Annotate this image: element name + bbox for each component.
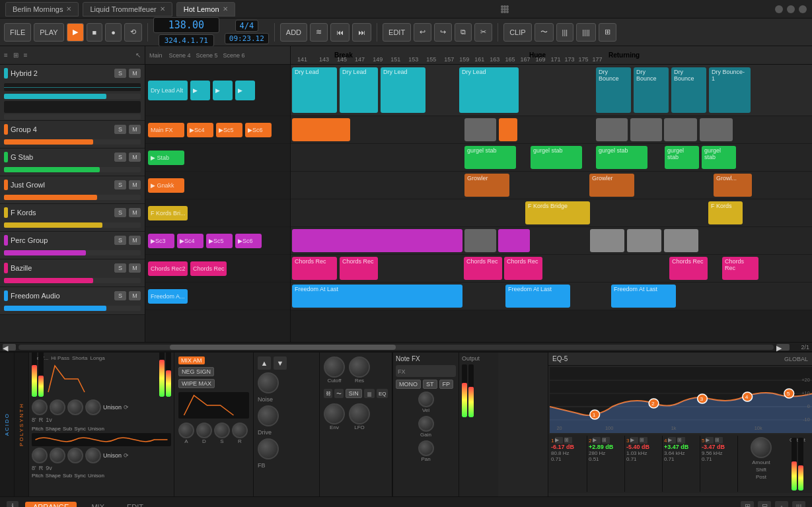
band1-btn2[interactable]: ⊞ bbox=[564, 437, 572, 444]
position-display[interactable]: 324.4.1.71 bbox=[159, 34, 214, 47]
clip-perc-sc6[interactable]: ▶Sc6 bbox=[235, 234, 262, 248]
gain-knob[interactable] bbox=[418, 416, 434, 432]
st-btn[interactable]: ST bbox=[423, 380, 437, 389]
clip-growl-gnakk[interactable]: ▶ Gnakk bbox=[148, 178, 184, 193]
knob-sustain[interactable] bbox=[214, 422, 230, 438]
status-btn3[interactable]: ↑ bbox=[775, 501, 788, 508]
clip-freedom-a[interactable]: Freedom A... bbox=[148, 289, 188, 304]
lfo-knob[interactable] bbox=[349, 403, 370, 424]
clip-perc-long[interactable] bbox=[292, 229, 462, 252]
clip-drylead-3[interactable]: Dry Lead bbox=[381, 67, 425, 113]
clip-gstab-stab[interactable]: ▶ Stab bbox=[148, 151, 184, 165]
window-minimize[interactable] bbox=[775, 5, 783, 13]
clip-group4-grey5[interactable] bbox=[700, 118, 733, 141]
clip-freedom-1[interactable]: Freedom At Last bbox=[292, 285, 462, 308]
clip-perc-sc5[interactable]: ▶Sc5 bbox=[206, 234, 233, 248]
envelope-button[interactable]: 〜 bbox=[535, 23, 554, 42]
env-knob[interactable] bbox=[324, 403, 345, 424]
status-btn2[interactable]: ⊟ bbox=[758, 501, 771, 508]
redo-button[interactable]: ↪ bbox=[434, 23, 452, 42]
status-arrange-tab[interactable]: ARRANGE bbox=[25, 502, 77, 508]
clip-hybrid2-arrow[interactable]: ▶ bbox=[190, 81, 210, 100]
arrow-up[interactable]: ▲ bbox=[258, 356, 271, 370]
clip-chordsrec-1[interactable]: Chords Rec bbox=[292, 257, 337, 280]
wave-btn[interactable]: 〜 bbox=[334, 389, 343, 398]
bars-button[interactable]: ||| bbox=[556, 23, 574, 42]
track-mute-freedomaudio[interactable]: M bbox=[129, 291, 141, 300]
undo-button[interactable]: ↩ bbox=[414, 23, 431, 42]
clip-group4-grey4[interactable] bbox=[664, 118, 697, 141]
clip-drylead-2[interactable]: Dry Lead bbox=[340, 67, 378, 113]
loop-button[interactable]: ⟲ bbox=[124, 23, 142, 42]
track-solo-group4[interactable]: S bbox=[114, 125, 126, 134]
tab-close-liquid[interactable]: ✕ bbox=[160, 5, 165, 13]
track-fader-hybrid2[interactable] bbox=[4, 94, 141, 99]
clip-perc-grey1[interactable] bbox=[464, 229, 496, 252]
tempo-display[interactable]: 138.00 bbox=[153, 17, 219, 33]
clip-perc-purple[interactable] bbox=[498, 229, 530, 252]
track-mute-percgroup[interactable]: M bbox=[129, 236, 141, 245]
band4-btn1[interactable]: ▶ bbox=[668, 437, 676, 444]
band5-btn2[interactable]: ⊞ bbox=[715, 437, 723, 444]
main-knob-1[interactable] bbox=[258, 372, 279, 393]
cutoff-knob[interactable] bbox=[324, 356, 345, 378]
knob-attack[interactable] bbox=[178, 422, 194, 438]
track-solo-fkords[interactable]: S bbox=[114, 208, 126, 217]
osc2-pitch-knob[interactable] bbox=[32, 448, 48, 463]
band2-btn2[interactable]: ⊞ bbox=[602, 437, 610, 444]
tab-close-berlin[interactable]: ✕ bbox=[66, 5, 71, 13]
clip-freedom-3[interactable]: Freedom At Last bbox=[611, 285, 676, 308]
band1-btn1[interactable]: ▶ bbox=[555, 437, 563, 444]
track-fader-justgrowl[interactable] bbox=[4, 195, 141, 200]
osc2-shape-knob[interactable] bbox=[50, 448, 65, 463]
track-fader-fkords[interactable] bbox=[4, 222, 141, 228]
clip-freedom-2[interactable]: Freedom At Last bbox=[505, 285, 570, 308]
clip-group4-main[interactable] bbox=[292, 118, 350, 141]
track-solo-percgroup[interactable]: S bbox=[114, 236, 126, 245]
clip-chordsrec-6[interactable]: Chords Rec bbox=[722, 257, 758, 280]
status-icon[interactable]: ℹ bbox=[7, 501, 18, 508]
window-maximize[interactable] bbox=[787, 5, 795, 13]
status-btn1[interactable]: ⊞ bbox=[741, 501, 754, 508]
clip-gstab-3[interactable]: gurgel stab bbox=[596, 146, 647, 169]
scrollbar-track[interactable] bbox=[18, 345, 774, 350]
clip-perc-grey2[interactable] bbox=[590, 229, 624, 252]
osc1-sub-knob[interactable] bbox=[67, 399, 83, 415]
osc1-sync-knob[interactable] bbox=[85, 399, 101, 415]
tab-berlin-mornings[interactable]: Berlin Mornings ✕ bbox=[5, 2, 79, 17]
tab-hot-lemon[interactable]: Hot Lemon ✕ bbox=[176, 2, 235, 17]
record-button[interactable]: ● bbox=[105, 23, 122, 42]
osc1-shape-knob[interactable] bbox=[50, 399, 65, 415]
mono-btn[interactable]: MONO bbox=[396, 380, 421, 389]
edit-button[interactable]: EDIT bbox=[383, 23, 411, 42]
clip-drybounce-1[interactable]: Dry Bounce bbox=[596, 67, 631, 113]
vel-knob[interactable] bbox=[418, 391, 434, 407]
clip-drybounce-2[interactable]: Dry Bounce bbox=[634, 67, 669, 113]
mix-am-btn[interactable]: MIX AM bbox=[178, 356, 205, 364]
grid-button[interactable]: ⊞ bbox=[599, 23, 616, 42]
bars-btn[interactable]: ||| bbox=[364, 389, 375, 398]
scrollbar-thumb[interactable] bbox=[170, 345, 396, 350]
clip-growler-2[interactable]: Growler bbox=[589, 174, 634, 197]
clip-gstab-2[interactable]: gurgel stab bbox=[531, 146, 582, 169]
track-mute-bazille[interactable]: M bbox=[129, 263, 141, 273]
knob-decay[interactable] bbox=[196, 422, 212, 438]
clip-fkords-bridge[interactable]: F Kords Bridge bbox=[525, 201, 590, 224]
clip-perc-sc3[interactable]: ▶Sc3 bbox=[148, 234, 174, 248]
clip-group4-orange[interactable] bbox=[499, 118, 517, 141]
clip-group4-mainfx[interactable]: Main FX bbox=[148, 123, 184, 137]
clip-group4-scene6[interactable]: ▶Sc6 bbox=[245, 123, 272, 137]
copy-button[interactable]: ⧉ bbox=[455, 23, 472, 42]
tab-liquid[interactable]: Liquid Trommelfeuer ✕ bbox=[83, 2, 172, 17]
play-label-button[interactable]: PLAY bbox=[34, 23, 63, 42]
clip-perc-grey3[interactable] bbox=[627, 229, 661, 252]
track-solo-gstab[interactable]: S bbox=[114, 152, 126, 162]
arrow-down[interactable]: ▼ bbox=[274, 356, 287, 370]
track-fader-gstab[interactable] bbox=[4, 167, 141, 172]
clip-gstab-1[interactable]: gurgel stab bbox=[464, 146, 516, 169]
clip-group4-scene4[interactable]: ▶Sc4 bbox=[187, 123, 213, 137]
track-pan-hybrid2[interactable] bbox=[4, 114, 141, 119]
stop-button[interactable]: ■ bbox=[87, 23, 103, 42]
window-close[interactable] bbox=[799, 5, 807, 13]
bars2-button[interactable]: |||| bbox=[576, 23, 595, 42]
